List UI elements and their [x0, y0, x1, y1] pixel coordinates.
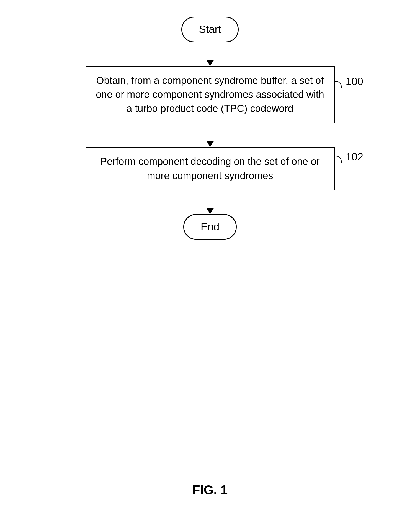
arrow-1 — [206, 42, 214, 66]
figure-caption: FIG. 1 — [192, 482, 228, 497]
process-1-text: Obtain, from a component syndrome buffer… — [96, 75, 324, 114]
arrow-2 — [206, 123, 214, 147]
process-1-wrapper: Obtain, from a component syndrome buffer… — [86, 66, 335, 123]
arrow-line — [210, 123, 210, 141]
arrow-3 — [206, 190, 214, 214]
end-label: End — [201, 221, 220, 233]
start-terminal: Start — [181, 17, 238, 42]
arrow-head — [206, 141, 214, 147]
arrow-line — [210, 42, 210, 60]
reference-number-100: 100 — [346, 76, 363, 88]
arrow-head — [206, 60, 214, 66]
process-step-2: Perform component decoding on the set of… — [86, 147, 335, 190]
ref-connector-2 — [335, 156, 342, 163]
process-step-1: Obtain, from a component syndrome buffer… — [86, 66, 335, 123]
arrow-head — [206, 208, 214, 214]
end-terminal: End — [183, 214, 237, 240]
process-2-wrapper: Perform component decoding on the set of… — [86, 147, 335, 190]
arrow-line — [210, 190, 210, 208]
ref-connector-1 — [335, 81, 342, 88]
start-label: Start — [199, 24, 221, 35]
process-2-text: Perform component decoding on the set of… — [100, 156, 320, 181]
flowchart-container: Start Obtain, from a component syndrome … — [86, 17, 335, 240]
reference-number-102: 102 — [346, 151, 363, 163]
